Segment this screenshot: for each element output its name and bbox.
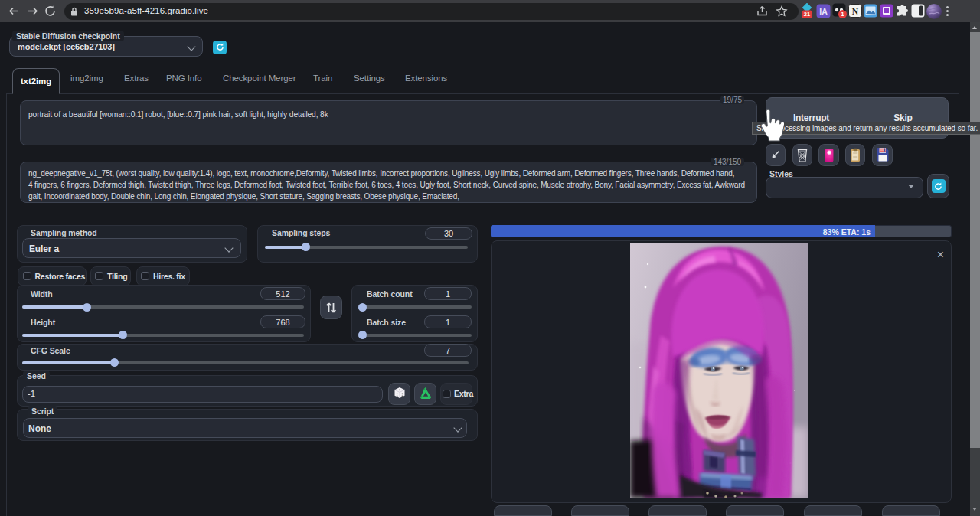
svg-text:1: 1 [841,11,844,18]
svg-text:IA: IA [819,7,828,16]
svg-text:N: N [852,7,859,16]
svg-text:21: 21 [804,11,810,18]
